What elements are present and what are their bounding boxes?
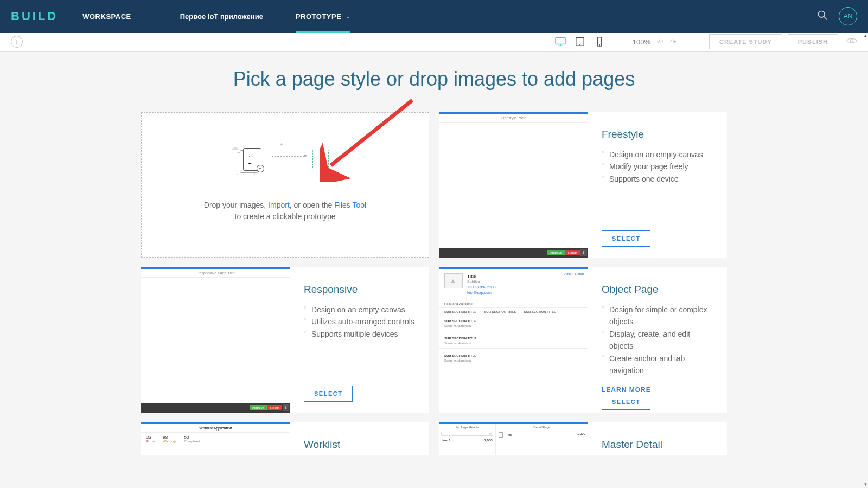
toolbar: + 100% ↶ ↷ CREATE STUDY PUBLISH (0, 33, 868, 52)
desktop-icon[interactable] (554, 37, 566, 47)
scrollbar-up-icon[interactable]: ▴ (864, 33, 867, 38)
worklist-preview: Worklist Application 23Errors 98Warnings… (141, 422, 290, 455)
zoom-level[interactable]: 100% (633, 38, 650, 46)
preview-search-icon (441, 432, 493, 436)
svg-point-8 (599, 44, 599, 45)
learn-more-link[interactable]: LEARN MORE (602, 386, 713, 394)
files-tool-link[interactable]: Files Tool (334, 201, 366, 209)
template-grid: ☁ + + ··‿+ Drop your images, Import, or … (141, 112, 727, 455)
scrollbar-down-icon[interactable]: ▾ (864, 481, 867, 487)
preview-phone-icon (499, 432, 503, 438)
search-icon[interactable] (817, 10, 828, 23)
template-card-responsive: Responsive Page Title Approve Reject ⇪ R… (141, 267, 429, 413)
preview-share-icon: ⇪ (580, 249, 587, 256)
card-bullets: Design for simple or complex objects Dis… (602, 304, 713, 376)
card-bullets: Design on an empty canvas Utilizes auto-… (304, 304, 416, 340)
card-title: Worklist (304, 439, 416, 451)
import-link[interactable]: Import (268, 201, 290, 209)
svg-point-0 (819, 11, 825, 18)
content-area: Pick a page style or drop images to add … (0, 52, 868, 488)
card-title: Master Detail (602, 439, 713, 451)
nav-prototype-label: PROTOTYPE (296, 12, 341, 21)
svg-line-1 (824, 17, 827, 20)
responsive-preview: Responsive Page Title Approve Reject ⇪ (141, 267, 290, 413)
undo-icon[interactable]: ↶ (657, 37, 663, 46)
nav-prototype-tab[interactable]: PROTOTYPE ⌄ (296, 0, 350, 33)
add-page-button[interactable]: + (11, 36, 23, 48)
user-avatar[interactable]: AN (839, 7, 857, 25)
preview-eye-icon[interactable] (846, 37, 857, 47)
preview-title: Responsive Page Title (141, 269, 290, 278)
template-card-freestyle: Freestyle Page Approve Reject ⇪ Freestyl… (439, 112, 727, 258)
svg-point-9 (851, 40, 853, 42)
card-title: Object Page (602, 284, 713, 296)
object-page-preview: Action Button Title Subtitle +33 6 1992 … (439, 267, 588, 413)
page-title: Pick a page style or drop images to add … (0, 68, 868, 91)
zoom-control: 100% ↶ ↷ (633, 37, 676, 46)
active-tab-underline (296, 31, 350, 33)
preview-reject: Reject (267, 405, 282, 410)
template-card-object-page: Action Button Title Subtitle +33 6 1992 … (439, 267, 727, 413)
select-freestyle-button[interactable]: SELECT (602, 230, 650, 247)
image-drop-zone[interactable]: ☁ + + ··‿+ Drop your images, Import, or … (141, 112, 429, 258)
card-title: Responsive (304, 284, 416, 296)
preview-action-button: Action Button (564, 272, 584, 275)
top-nav: BUILD WORKSPACE Первое IoT приложение PR… (0, 0, 868, 33)
preview-reject: Reject (565, 250, 580, 255)
template-card-master-detail: List Page Header Item 11,000 Detail Page… (439, 422, 727, 455)
svg-rect-2 (556, 38, 565, 44)
preview-title: Freestyle Page (439, 114, 588, 123)
publish-button[interactable]: PUBLISH (788, 34, 838, 49)
select-object-page-button[interactable]: SELECT (602, 394, 650, 410)
nav-project-name[interactable]: Первое IoT приложение (180, 12, 263, 21)
master-detail-preview: List Page Header Item 11,000 Detail Page… (439, 422, 588, 455)
select-responsive-button[interactable]: SELECT (304, 386, 353, 402)
tablet-icon[interactable] (574, 37, 586, 47)
card-bullets: Design on an empty canvas Modify your pa… (602, 149, 713, 185)
card-title: Freestyle (602, 129, 713, 140)
preview-share-icon: ⇪ (283, 404, 289, 411)
app-logo[interactable]: BUILD (11, 9, 58, 23)
redo-icon[interactable]: ↷ (670, 37, 676, 46)
preview-approve: Approve (250, 405, 267, 410)
preview-approve: Approve (547, 250, 565, 255)
drop-zone-graphic: ☁ + + ··‿+ (231, 148, 340, 186)
device-switcher (554, 37, 605, 47)
template-card-worklist: Worklist Application 23Errors 98Warnings… (141, 422, 429, 455)
preview-thumbnail-icon (444, 273, 463, 288)
phone-icon[interactable] (593, 37, 605, 47)
drop-zone-text: Drop your images, Import, or open the Fi… (204, 200, 366, 222)
chevron-down-icon: ⌄ (346, 14, 350, 20)
svg-point-6 (579, 44, 580, 45)
nav-workspace-label: WORKSPACE (82, 12, 131, 21)
freestyle-preview: Freestyle Page Approve Reject ⇪ (439, 112, 588, 258)
create-study-button[interactable]: CREATE STUDY (709, 34, 782, 49)
nav-workspace[interactable]: WORKSPACE (74, 0, 147, 33)
